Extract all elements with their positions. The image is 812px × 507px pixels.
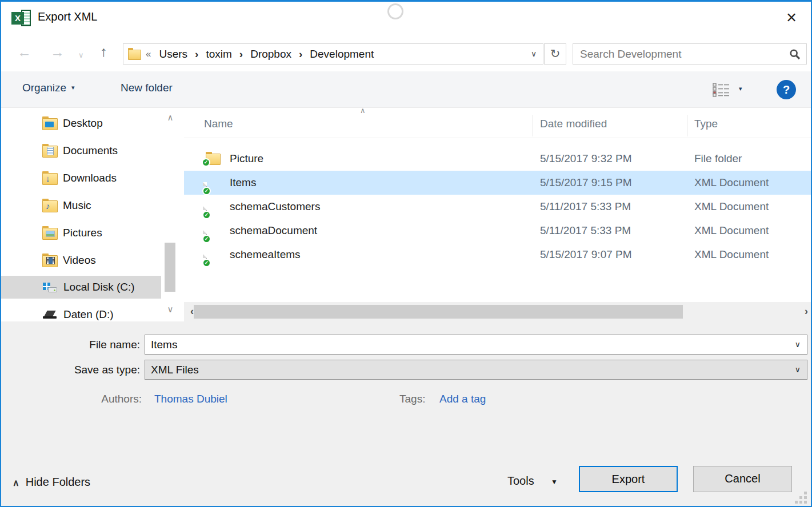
xml-file-icon: ✓: [206, 254, 207, 265]
refresh-icon[interactable]: ↻: [544, 43, 566, 65]
sidebar-item-local-disk-c[interactable]: Local Disk (C:): [1, 276, 161, 299]
save-as-type-select[interactable]: XML Files ∨: [145, 360, 807, 380]
breadcrumb-item-development[interactable]: Development: [310, 48, 374, 61]
sidebar-item-daten-d[interactable]: Daten (D:): [1, 303, 161, 321]
column-headers: Name Date modified Type: [184, 112, 811, 138]
navigation-bar: ← → ∨ ↑ « Users › toxim › Dropbox › Deve…: [1, 35, 811, 71]
xml-file-icon: ✓: [206, 230, 207, 241]
local-disk-icon: [42, 281, 57, 293]
chevron-right-icon[interactable]: ›: [299, 48, 302, 61]
column-divider[interactable]: [687, 115, 687, 136]
documents-folder-icon: [42, 146, 57, 156]
search-icon[interactable]: [789, 49, 801, 62]
desktop-folder-icon: [42, 118, 57, 129]
breadcrumb-item-dropbox[interactable]: Dropbox: [250, 48, 291, 61]
touch-circle: [387, 3, 403, 19]
sync-check-icon: ✓: [202, 211, 211, 219]
breadcrumb-item-users[interactable]: Users: [159, 48, 187, 61]
address-dropdown-icon[interactable]: ∨: [525, 44, 543, 64]
music-folder-icon: ♪: [42, 200, 57, 211]
chevron-down-icon: ∨: [795, 360, 801, 379]
sidebar-item-documents[interactable]: Documents: [1, 139, 161, 162]
command-toolbar: Organize▾ New folder ▾ ?: [1, 71, 811, 108]
authors-label: Authors:: [1, 393, 142, 405]
file-row-picture[interactable]: ✓ Picture 5/15/2017 9:32 PM File folder: [184, 147, 811, 171]
folder-icon: [128, 50, 140, 59]
folder-icon: ✓: [206, 154, 219, 164]
excel-app-icon: X: [11, 9, 32, 27]
column-header-date-modified[interactable]: Date modified: [540, 112, 607, 138]
scrollbar-thumb[interactable]: [165, 243, 175, 292]
file-name-label: File name:: [1, 339, 140, 351]
main-area: Desktop Documents ↓ Downloads ♪ Music Pi…: [1, 108, 811, 321]
tags-label: Tags:: [399, 393, 425, 405]
pictures-folder-icon: [42, 228, 57, 239]
sidebar-scrollbar[interactable]: ∧ ∨: [162, 108, 178, 321]
help-button[interactable]: ?: [777, 80, 796, 99]
chevron-right-icon[interactable]: ›: [239, 48, 243, 61]
bottom-panel: File name: ∨ Save as type: XML Files ∨ A…: [1, 321, 811, 507]
export-button[interactable]: Export: [579, 466, 678, 492]
chevron-up-icon: ∧: [13, 478, 19, 488]
file-row-schemeaitems[interactable]: ✓ schemeaItems 5/15/2017 9:07 PM XML Doc…: [184, 243, 811, 267]
save-as-type-label: Save as type:: [1, 364, 140, 376]
column-divider[interactable]: [533, 115, 533, 136]
file-row-schemacustomers[interactable]: ✓ schemaCustomers 5/11/2017 5:33 PM XML …: [184, 195, 811, 219]
tools-button[interactable]: Tools: [507, 474, 534, 488]
close-icon[interactable]: ×: [780, 6, 803, 29]
sync-check-icon: ✓: [202, 187, 211, 195]
cancel-button[interactable]: Cancel: [693, 466, 792, 492]
horizontal-scrollbar[interactable]: ‹ ›: [184, 302, 811, 321]
sync-check-icon: ✓: [202, 158, 210, 167]
sidebar-item-music[interactable]: ♪ Music: [1, 194, 161, 217]
hide-folders-button[interactable]: ∧Hide Folders: [13, 476, 90, 489]
file-list: ∧ Name Date modified Type ✓ Picture 5/15…: [184, 108, 811, 321]
sync-check-icon: ✓: [202, 235, 211, 243]
scroll-up-icon[interactable]: ∧: [162, 112, 178, 123]
caret-down-icon: ▾: [71, 84, 75, 91]
search-box: [573, 43, 807, 65]
authors-value[interactable]: Thomas Dubiel: [154, 393, 227, 405]
file-name-input[interactable]: [151, 336, 779, 353]
breadcrumb-overflow[interactable]: «: [146, 49, 151, 60]
videos-folder-icon: [42, 255, 57, 266]
organize-button[interactable]: Organize▾: [22, 82, 75, 94]
downloads-folder-icon: ↓: [42, 173, 57, 184]
tools-caret-icon[interactable]: ▼: [551, 478, 558, 486]
file-row-schemadocument[interactable]: ✓ schemaDocument 5/11/2017 5:33 PM XML D…: [184, 219, 811, 243]
sidebar-item-desktop[interactable]: Desktop: [1, 112, 161, 135]
scrollbar-thumb[interactable]: [194, 305, 683, 319]
xml-file-icon: ✓: [206, 182, 207, 193]
history-chevron-icon[interactable]: ∨: [78, 47, 84, 64]
chevron-down-icon[interactable]: ∨: [795, 335, 801, 354]
search-input[interactable]: [580, 45, 780, 63]
column-header-type[interactable]: Type: [694, 112, 718, 138]
export-xml-dialog: X Export XML × ← → ∨ ↑ « Users › toxim ›…: [0, 0, 812, 507]
column-header-name[interactable]: Name: [204, 112, 233, 138]
resize-grip[interactable]: [795, 492, 807, 504]
new-folder-button[interactable]: New folder: [121, 82, 173, 94]
back-icon[interactable]: ←: [17, 43, 31, 61]
file-name-combo: ∨: [145, 335, 807, 355]
xml-file-icon: ✓: [206, 206, 207, 217]
breadcrumb-item-toxim[interactable]: toxim: [206, 48, 231, 61]
file-row-items[interactable]: ✓ Items 5/15/2017 9:15 PM XML Document: [184, 171, 811, 195]
sidebar-item-videos[interactable]: Videos: [1, 249, 161, 272]
dialog-title: Export XML: [38, 10, 97, 23]
chevron-right-icon[interactable]: ›: [195, 48, 198, 61]
scroll-right-icon[interactable]: ›: [801, 302, 811, 321]
view-caret-icon[interactable]: ▾: [739, 85, 742, 92]
up-icon[interactable]: ↑: [100, 43, 107, 60]
sidebar-item-pictures[interactable]: Pictures: [1, 222, 161, 244]
scroll-down-icon[interactable]: ∨: [162, 304, 178, 315]
sync-check-icon: ✓: [202, 259, 211, 267]
forward-icon[interactable]: →: [50, 43, 65, 61]
drive-d-icon: [42, 310, 57, 319]
titlebar: X Export XML ×: [1, 2, 811, 35]
sidebar-item-downloads[interactable]: ↓ Downloads: [1, 167, 161, 190]
add-tag-link[interactable]: Add a tag: [439, 393, 486, 405]
breadcrumb[interactable]: « Users › toxim › Dropbox › Development …: [123, 43, 543, 65]
view-details-icon[interactable]: [713, 83, 730, 99]
navigation-sidebar: Desktop Documents ↓ Downloads ♪ Music Pi…: [1, 108, 161, 321]
